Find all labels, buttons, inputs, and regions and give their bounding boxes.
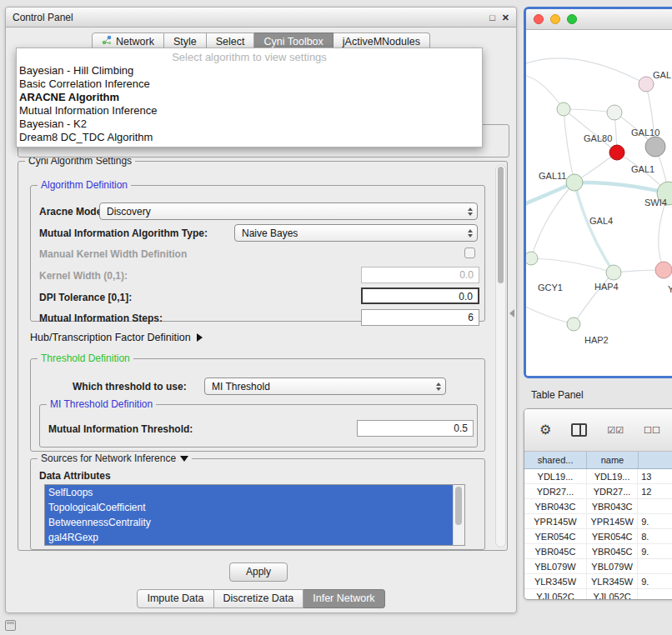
- network-edge[interactable]: [574, 182, 614, 272]
- threshold-definition-group: Threshold Definition Which threshold to …: [30, 358, 485, 452]
- desktop: Control Panel □ ✕ Network Style Select C…: [0, 0, 672, 635]
- mi-type-select[interactable]: Naive Bayes: [234, 224, 478, 242]
- dropdown-placeholder[interactable]: Select algorithm to view settings: [17, 50, 482, 64]
- mi-steps-input[interactable]: 6: [361, 309, 479, 326]
- window-title: Control Panel: [13, 12, 73, 23]
- maximize-traffic-light-icon[interactable]: [567, 14, 577, 24]
- minimized-panel-icon[interactable]: [5, 620, 16, 631]
- table-row[interactable]: YPR145WYPR145W9.: [524, 514, 672, 529]
- aracne-mode-select[interactable]: Discovery: [99, 202, 478, 220]
- table-cell: YER054C: [524, 529, 587, 543]
- dpi-tolerance-input[interactable]: 0.0: [361, 288, 479, 304]
- list-scrollbar-thumb[interactable]: [455, 487, 462, 525]
- network-edge[interactable]: [526, 76, 564, 109]
- column-header-name[interactable]: name: [587, 452, 639, 468]
- table-row[interactable]: YER054CYER054C8.: [524, 529, 672, 544]
- list-scrollbar[interactable]: [453, 485, 464, 545]
- which-threshold-select[interactable]: MI Threshold: [204, 378, 446, 395]
- network-edge[interactable]: [526, 305, 574, 324]
- table-panel-title: Table Panel: [524, 385, 672, 405]
- dropdown-item[interactable]: Dream8 DC_TDC Algorithm: [17, 131, 482, 144]
- settings-scrollbar[interactable]: [495, 164, 506, 548]
- which-threshold-label: Which threshold to use:: [73, 380, 187, 393]
- apply-button[interactable]: Apply: [229, 562, 288, 582]
- network-node[interactable]: [639, 77, 654, 92]
- data-attributes-list: SelfLoops TopologicalCoefficient Between…: [44, 484, 465, 546]
- network-node-label: GAL10: [631, 128, 659, 138]
- table-row[interactable]: YBL079WYBL079W: [524, 559, 672, 574]
- tab-impute-data[interactable]: Impute Data: [137, 589, 213, 608]
- column-header-shared-name[interactable]: shared...: [524, 452, 587, 468]
- settings-scrollbar-thumb[interactable]: [498, 167, 504, 283]
- dropdown-item[interactable]: Bayesian - Hill Climbing: [17, 64, 482, 78]
- threshold-definition-title: Threshold Definition: [38, 352, 133, 365]
- table-cell: 8.: [638, 529, 672, 543]
- network-node[interactable]: [607, 105, 622, 120]
- network-canvas[interactable]: GALGAL80GAL10GAL11GAL1SWI4GAL4GCY1HAP4YH…: [526, 30, 672, 376]
- manual-kernel-label: Manual Kernel Width Definition: [39, 248, 187, 261]
- manual-kernel-checkbox[interactable]: [464, 248, 475, 258]
- algorithm-definition-title: Algorithm Definition: [38, 179, 131, 192]
- table-cell: YPR145W: [524, 514, 587, 528]
- hub-definition-expander[interactable]: Hub/Transcription Factor Definition: [30, 332, 203, 343]
- network-node[interactable]: [557, 102, 570, 116]
- aracne-mode-label: Aracne Mode:: [39, 205, 105, 218]
- minimize-traffic-light-icon[interactable]: [550, 14, 560, 24]
- table-row[interactable]: YDR27...YDR27...12: [524, 484, 672, 499]
- table-row[interactable]: YDL19...YDL19...13: [524, 469, 672, 484]
- mi-threshold-input[interactable]: 0.5: [357, 420, 474, 437]
- table-panel-window: ⚙ ☑☑ ☐☐ shared... name YDL19...YDL19...1…: [524, 408, 672, 600]
- attribute-item-selected[interactable]: BetweennessCentrality: [45, 515, 464, 530]
- close-traffic-light-icon[interactable]: [534, 14, 544, 24]
- network-edge[interactable]: [574, 182, 669, 193]
- select-all-checkboxes-icon[interactable]: ☑☑: [607, 425, 624, 436]
- cyni-bottom-tabs: Impute Data Discretize Data Infer Networ…: [6, 589, 516, 608]
- column-selector-icon[interactable]: [571, 423, 587, 437]
- gear-icon[interactable]: ⚙: [539, 423, 551, 437]
- data-attributes-label: Data Attributes: [39, 469, 111, 482]
- kernel-width-input[interactable]: 0.0: [361, 267, 479, 283]
- clear-all-checkboxes-icon[interactable]: ☐☐: [644, 425, 660, 436]
- table-row[interactable]: YBR043CYBR043C: [524, 499, 672, 514]
- float-window-icon[interactable]: □: [489, 12, 495, 23]
- network-node[interactable]: [645, 137, 665, 157]
- attribute-item-selected[interactable]: SelfLoops: [45, 485, 464, 500]
- network-edge[interactable]: [526, 58, 646, 84]
- network-node[interactable]: [566, 174, 583, 191]
- network-edge[interactable]: [531, 258, 614, 272]
- kernel-width-label: Kernel Width (0,1):: [39, 269, 128, 282]
- dropdown-item[interactable]: Basic Correlation Inference: [17, 78, 482, 91]
- dropdown-item[interactable]: Bayesian - K2: [17, 118, 482, 131]
- panel-collapse-arrow[interactable]: [509, 309, 514, 318]
- algorithm-dropdown-popup: Select algorithm to view settings Bayesi…: [16, 48, 483, 148]
- network-edge[interactable]: [574, 272, 614, 324]
- network-node[interactable]: [526, 252, 538, 265]
- network-node[interactable]: [606, 265, 621, 280]
- close-window-icon[interactable]: ✕: [502, 12, 509, 23]
- network-view-window: GALGAL80GAL10GAL11GAL1SWI4GAL4GCY1HAP4YH…: [524, 7, 672, 378]
- network-node-label: GAL: [653, 70, 671, 80]
- tab-discretize-data[interactable]: Discretize Data: [214, 589, 304, 608]
- table-row[interactable]: YLR345WYLR345W9.: [524, 574, 672, 589]
- table-row[interactable]: YBR045CYBR045C9.: [524, 544, 672, 559]
- network-node-label: GAL1: [631, 164, 654, 174]
- dropdown-item-selected[interactable]: ARACNE Algorithm: [17, 91, 482, 104]
- network-node[interactable]: [567, 318, 580, 331]
- network-graph-svg: GALGAL80GAL10GAL11GAL1SWI4GAL4GCY1HAP4YH…: [526, 30, 672, 376]
- network-node-label: GAL4: [589, 216, 613, 226]
- network-node-label: GAL11: [539, 171, 566, 181]
- network-node[interactable]: [609, 145, 624, 160]
- sources-expander[interactable]: Sources for Network Inference: [38, 452, 192, 465]
- table-cell: YBR045C: [524, 544, 587, 558]
- expander-collapsed-icon: [197, 333, 203, 342]
- dropdown-item[interactable]: Mutual Information Inference: [17, 104, 482, 118]
- table-cell: YDL19...: [524, 469, 587, 483]
- network-node-label: SWI4: [644, 198, 667, 208]
- table-row[interactable]: YJL052CYJL052C: [524, 589, 672, 600]
- tab-infer-network[interactable]: Infer Network: [303, 589, 384, 608]
- attribute-item-selected[interactable]: gal4RGexp: [45, 530, 464, 545]
- attribute-item-selected[interactable]: TopologicalCoefficient: [45, 500, 464, 515]
- table-cell: 13: [638, 469, 672, 483]
- column-header-partial[interactable]: [639, 452, 672, 468]
- network-node[interactable]: [655, 262, 672, 278]
